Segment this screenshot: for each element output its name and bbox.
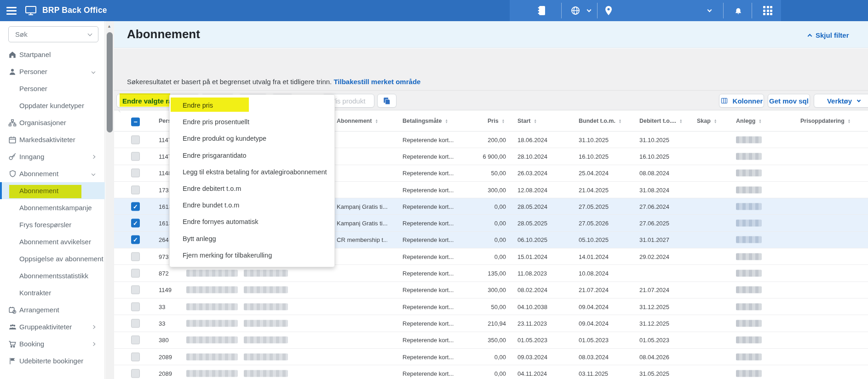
menu-item[interactable]: Endre bundet t.o.m xyxy=(170,197,334,213)
cell-betalingsmate: Repeterende kort... xyxy=(402,353,454,360)
table-row[interactable]: 380 Repeterende kort... 350,00 01.05.202… xyxy=(114,332,868,349)
sort-icon[interactable]: ▲▼ xyxy=(502,119,505,123)
org-chart-icon xyxy=(8,118,17,127)
column-header-bundet[interactable]: Bundet t.o.m.▲▼ xyxy=(579,118,621,124)
row-checkbox[interactable] xyxy=(131,152,140,161)
sidebar-item-abonnement-sub-active[interactable]: Abonnement xyxy=(0,182,105,199)
row-checkbox[interactable] xyxy=(131,219,140,228)
select-all-checkbox[interactable] xyxy=(131,118,140,126)
sidebar-item-inngang[interactable]: Inngang xyxy=(0,148,105,165)
sidebar-item-personer-sub[interactable]: Personer xyxy=(0,80,105,97)
sidebar-item-arrangement[interactable]: Arrangement xyxy=(0,301,105,318)
sidebar-item-markedsaktiviteter[interactable]: Markedsaktiviteter xyxy=(0,131,105,148)
sidebar-item-abonnementsstatistikk[interactable]: Abonnementsstatistikk xyxy=(0,267,105,284)
sort-icon[interactable]: ▲▼ xyxy=(679,119,682,123)
table-row[interactable]: 2089 Repeterende kort... 0,00 04.11.2024… xyxy=(114,365,868,379)
column-header-prisoppdatering[interactable]: Prisoppdatering▲▼ xyxy=(800,118,851,124)
table-row[interactable]: 872 Repeterende kort... 135,00 11.08.202… xyxy=(114,265,868,281)
cell-start: 09.03.2024 xyxy=(517,353,547,360)
hide-filter-link[interactable]: Skjul filter xyxy=(808,31,849,39)
menu-item[interactable]: Endre pris prosentuellt xyxy=(170,114,334,130)
sidebar-item-personer[interactable]: Personer xyxy=(0,63,105,80)
sidebar-item-abonnementskampanje[interactable]: Abonnementskampanje xyxy=(0,199,105,216)
bell-icon[interactable] xyxy=(731,0,745,21)
row-checkbox[interactable] xyxy=(131,286,140,294)
menu-item[interactable]: Bytt anlegg xyxy=(170,230,334,247)
sidebar-item-abonnement[interactable]: Abonnement xyxy=(0,165,105,182)
sidebar-item-booking[interactable]: Booking xyxy=(0,335,105,352)
row-checkbox[interactable] xyxy=(131,302,140,311)
location-chevron-down-icon[interactable] xyxy=(705,0,714,21)
topbar: BRP Back Office xyxy=(0,0,868,21)
cell-bundet: 09.04.2024 xyxy=(579,303,609,310)
table-row[interactable]: 33 Repeterende kort... 50,00 04.10.2038 … xyxy=(114,299,868,315)
sidebar-item-abonnement-avvikelser[interactable]: Abonnement avvikelser xyxy=(0,233,105,250)
hamburger-menu-icon[interactable] xyxy=(6,6,17,15)
row-checkbox[interactable] xyxy=(131,202,140,211)
menu-item[interactable]: Endre fornyes automatisk xyxy=(170,213,334,230)
chevron-down-icon[interactable] xyxy=(584,0,593,21)
copy-button[interactable] xyxy=(377,94,397,108)
sort-icon[interactable]: ▲▼ xyxy=(759,119,761,123)
sort-icon[interactable]: ▲▼ xyxy=(375,119,378,123)
menu-item[interactable]: Fjern merking for tilbakerulling xyxy=(170,247,334,264)
redacted-name-blob xyxy=(244,287,288,293)
row-checkbox[interactable] xyxy=(131,252,140,261)
tools-button[interactable]: Verktøy xyxy=(814,94,868,108)
sidebar-item-gruppeaktiviteter[interactable]: Gruppeaktiviteter xyxy=(0,318,105,335)
search-select[interactable]: Søk xyxy=(8,26,98,42)
redacted-anlegg-blob xyxy=(736,370,762,377)
column-header-abonnement[interactable]: Abonnement▲▼ xyxy=(337,118,378,124)
column-header-pris[interactable]: Pris▲▼ xyxy=(488,118,505,124)
sort-icon[interactable]: ▲▼ xyxy=(619,119,621,123)
row-checkbox[interactable] xyxy=(131,185,140,194)
scrollbar-thumb[interactable] xyxy=(107,32,113,132)
apps-grid-icon[interactable] xyxy=(761,0,775,21)
sidebar-item-oppsigelse-av-abonnement[interactable]: Oppsigelse av abonnement xyxy=(0,250,105,267)
column-header-debitert[interactable]: Debitert t.o....▲▼ xyxy=(639,118,682,124)
row-checkbox[interactable] xyxy=(131,336,140,345)
sidebar-item-oppdater-kundetyper[interactable]: Oppdater kundetyper xyxy=(0,97,105,114)
shield-icon xyxy=(8,169,17,178)
column-header-skap[interactable]: Skap▲▼ xyxy=(697,118,717,124)
menu-item[interactable]: Endre debitert t.o.m xyxy=(170,180,334,197)
sidebar-item-kontrakter[interactable]: Kontrakter xyxy=(0,284,105,301)
globe-icon[interactable] xyxy=(569,0,582,21)
menu-item[interactable]: Endre prisgarantidato xyxy=(170,147,334,164)
menu-item[interactable]: Endre pris xyxy=(170,97,334,114)
row-checkbox[interactable] xyxy=(131,369,140,378)
sidebar-item-frys-foresporsler[interactable]: Frys forespørsler xyxy=(0,216,105,233)
get-mov-sql-button[interactable]: Get mov sql xyxy=(768,94,810,108)
row-checkbox[interactable] xyxy=(131,269,140,278)
menu-item[interactable]: Endre produkt og kundetype xyxy=(170,130,334,147)
row-checkbox[interactable] xyxy=(131,352,140,361)
menu-item[interactable]: Legg til ekstra betaling for avtalegiroa… xyxy=(170,164,334,180)
redacted-name-blob xyxy=(186,320,238,327)
column-header-betalingsmate[interactable]: Betalingsmåte▲▼ xyxy=(402,118,448,124)
location-pin-icon[interactable] xyxy=(602,0,615,21)
sort-icon[interactable]: ▲▼ xyxy=(534,119,536,123)
journal-icon[interactable] xyxy=(534,0,549,21)
table-row[interactable]: 2089 Repeterende kort... 0,00 09.03.2024… xyxy=(114,349,868,365)
reset-marked-area-link[interactable]: Tilbakestill merket område xyxy=(333,78,420,86)
column-header-anlegg[interactable]: Anlegg▲▼ xyxy=(736,118,762,124)
sidebar-item-organisasjoner[interactable]: Organisasjoner xyxy=(0,114,105,131)
row-checkbox[interactable] xyxy=(131,135,140,144)
vertical-scrollbar[interactable]: ▲ xyxy=(105,21,114,379)
row-checkbox[interactable] xyxy=(131,319,140,327)
table-row[interactable]: 33 Repeterende kort... 210,94 23.11.2023… xyxy=(114,315,868,332)
row-checkbox[interactable] xyxy=(131,169,140,178)
cell-debitert: 29.02.2024 xyxy=(639,253,669,260)
table-row[interactable]: 1149 Repeterende kort... 300,00 08.02.20… xyxy=(114,282,868,299)
sort-icon[interactable]: ▲▼ xyxy=(445,119,448,123)
row-checkbox[interactable] xyxy=(131,235,140,244)
scroll-up-arrow[interactable]: ▲ xyxy=(107,24,111,29)
sidebar-item-startpanel[interactable]: Startpanel xyxy=(0,46,105,63)
sidebar-item-udebiterte-bookinger[interactable]: Udebiterte bookinger xyxy=(0,352,105,369)
cell-betalingsmate: Repeterende kort... xyxy=(402,136,454,143)
cell-debitert: 08.08.2024 xyxy=(639,170,669,177)
sort-icon[interactable]: ▲▼ xyxy=(714,119,717,123)
columns-button[interactable]: Kolonner xyxy=(719,94,764,108)
column-header-start[interactable]: Start▲▼ xyxy=(517,118,537,124)
sort-icon[interactable]: ▲▼ xyxy=(848,119,851,123)
